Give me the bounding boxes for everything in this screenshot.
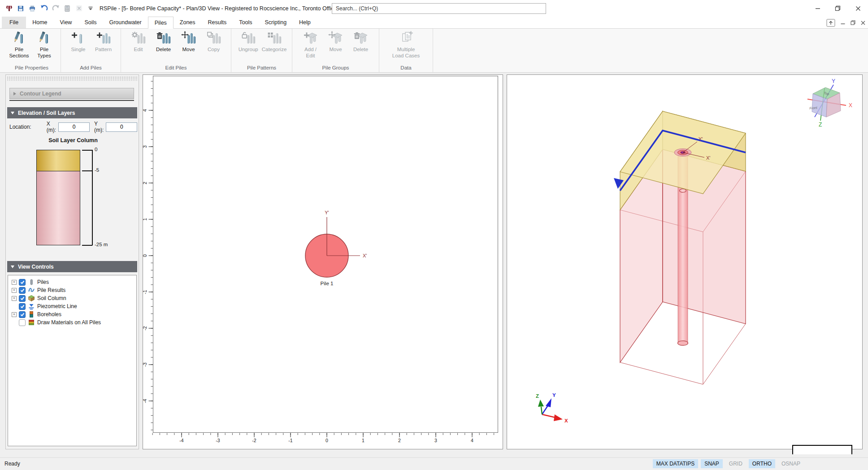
restore-button[interactable] [828, 0, 848, 17]
tree-item-label: Piles [37, 279, 49, 285]
ribbon-group-label: Pile Groups [319, 65, 352, 72]
print-button[interactable] [28, 4, 37, 13]
svg-text:-2: -2 [143, 326, 148, 330]
y-coordinate-input[interactable] [106, 122, 137, 132]
pile-icon [27, 279, 35, 286]
contour-legend-header[interactable]: Contour Legend [9, 88, 134, 99]
ribbon-button-delete[interactable]: Delete [348, 29, 373, 53]
document-minimize-icon[interactable] [841, 21, 845, 25]
categorize-pile-icon [267, 31, 282, 46]
ribbon-button-multiple-load-cases[interactable]: MultipleLoad Cases [391, 29, 421, 59]
status-toggle-ortho[interactable]: ORTHO [749, 459, 775, 468]
tab-file[interactable]: File [2, 17, 26, 28]
tab-tools[interactable]: Tools [233, 17, 258, 28]
tree-item-draw-materials-on-all-piles[interactable]: Draw Materials on All Piles [9, 318, 135, 326]
tab-soils[interactable]: Soils [78, 17, 103, 28]
view-controls-header[interactable]: View Controls [7, 261, 137, 272]
expand-icon[interactable]: + [12, 312, 17, 317]
checkbox[interactable] [19, 287, 26, 294]
ribbon-group-pile-patterns: UngroupCategorizePile Patterns [231, 29, 292, 72]
plan-view-canvas[interactable]: 43210-1-2-3-4-4-3-2-101234Y'X'Pile 1 [143, 74, 503, 449]
status-toggle-osnap[interactable]: OSNAP [778, 459, 804, 468]
depth-tick [82, 170, 92, 171]
calculator-button[interactable] [63, 4, 72, 13]
tab-groundwater[interactable]: Groundwater [103, 17, 148, 28]
tab-piles[interactable]: Piles [148, 17, 174, 29]
svg-text:1: 1 [362, 438, 365, 443]
window-title: RSPile - [5- Bored Pile Capacity* - Plan… [100, 5, 339, 12]
expand-icon[interactable]: + [12, 296, 17, 301]
svg-text:-2: -2 [252, 438, 256, 443]
ribbon-button-add-edit[interactable]: Add /Edit [298, 29, 323, 59]
ribbon-group-label: Edit Piles [163, 65, 190, 72]
checkbox[interactable] [19, 311, 26, 318]
sidebar-drag-handle[interactable] [7, 76, 138, 81]
tree-item-boreholes[interactable]: +Boreholes [9, 310, 135, 318]
ribbon-button-single[interactable]: Single [66, 29, 91, 53]
tab-scripting[interactable]: Scripting [258, 17, 293, 28]
pencil-pile-icon [12, 31, 27, 46]
ribbon-button-delete[interactable]: Delete [151, 29, 176, 53]
coordinate-entry-box[interactable] [792, 445, 852, 454]
depth-label-0: 0 [95, 147, 97, 152]
expand-icon[interactable]: + [12, 280, 17, 285]
tree-item-piezometric-line[interactable]: Piezometric Line [9, 302, 135, 310]
expand-icon[interactable]: + [12, 288, 17, 293]
ribbon-button-label: Delete [353, 47, 368, 53]
nav-cube[interactable]: Top Front X Y Z [807, 78, 852, 128]
pile-x-axis-label: X' [363, 253, 367, 258]
checkbox[interactable] [19, 303, 26, 310]
save-button[interactable] [16, 4, 25, 13]
ribbon-button-categorize[interactable]: Categorize [261, 29, 288, 53]
status-toggle-grid[interactable]: GRID [725, 459, 746, 468]
ribbon-button-pile-types[interactable]: PileTypes [32, 29, 57, 59]
elevation-soil-layers-header[interactable]: Elevation / Soil Layers [7, 107, 137, 118]
soil-layer-column-title: Soil Layer Column [15, 137, 131, 144]
x-coordinate-input[interactable] [58, 122, 90, 132]
document-restore-icon[interactable] [851, 20, 855, 25]
ribbon-button-pile-sections[interactable]: PileSections [7, 29, 32, 59]
soil-layer-column-graphic [36, 150, 80, 245]
search-input[interactable] [332, 3, 546, 14]
checkbox[interactable] [19, 319, 26, 326]
document-close-icon[interactable] [861, 21, 865, 25]
coordinate-input[interactable] [793, 447, 851, 454]
tab-view[interactable]: View [54, 17, 78, 28]
move-group-icon [328, 31, 343, 46]
chevron-right-icon [13, 92, 16, 96]
status-toggle-snap[interactable]: SNAP [701, 459, 723, 468]
ribbon-button-move[interactable]: Move [176, 29, 201, 53]
pile-results-icon [27, 287, 35, 294]
status-toggle-max-datatips[interactable]: MAX DATATIPS [653, 459, 698, 468]
ribbon-button-label: Pattern [95, 47, 112, 53]
tree-item-soil-column[interactable]: +Soil Column [9, 294, 135, 302]
ribbon-button-copy[interactable]: Copy [201, 29, 226, 53]
tab-zones[interactable]: Zones [174, 17, 202, 28]
tab-home[interactable]: Home [26, 17, 53, 28]
undo-button[interactable] [39, 4, 48, 13]
ribbon-button-edit[interactable]: Edit [126, 29, 151, 53]
add-pattern-pile-icon [96, 31, 111, 46]
view-3d-canvas[interactable]: Y' X' Top Front X Y Z X Y Z [507, 74, 863, 449]
ribbon-pin-icon[interactable] [826, 19, 835, 27]
checkbox[interactable] [19, 295, 26, 302]
ribbon-button-ungroup[interactable]: Ungroup [236, 29, 261, 53]
svg-text:4: 4 [143, 109, 148, 112]
ribbon-button-pattern[interactable]: Pattern [91, 29, 116, 53]
ribbon-button-label: Move [329, 47, 342, 53]
tab-help[interactable]: Help [293, 17, 317, 28]
tree-item-label: Pile Results [37, 287, 65, 293]
close-button[interactable] [848, 0, 868, 17]
tab-results[interactable]: Results [202, 17, 233, 28]
tree-item-label: Draw Materials on All Piles [37, 319, 101, 326]
minimize-button[interactable] [807, 0, 828, 17]
ribbon-button-label: Ungroup [239, 47, 258, 53]
checkbox[interactable] [19, 279, 26, 286]
qat-customize-caret-icon[interactable] [86, 4, 95, 13]
tree-item-pile-results[interactable]: +Pile Results [9, 286, 135, 294]
separator [9, 100, 134, 101]
svg-text:2: 2 [143, 182, 148, 184]
redo-button[interactable] [51, 4, 60, 13]
tree-item-piles[interactable]: +Piles [9, 278, 135, 286]
ribbon-button-move[interactable]: Move [323, 29, 348, 53]
